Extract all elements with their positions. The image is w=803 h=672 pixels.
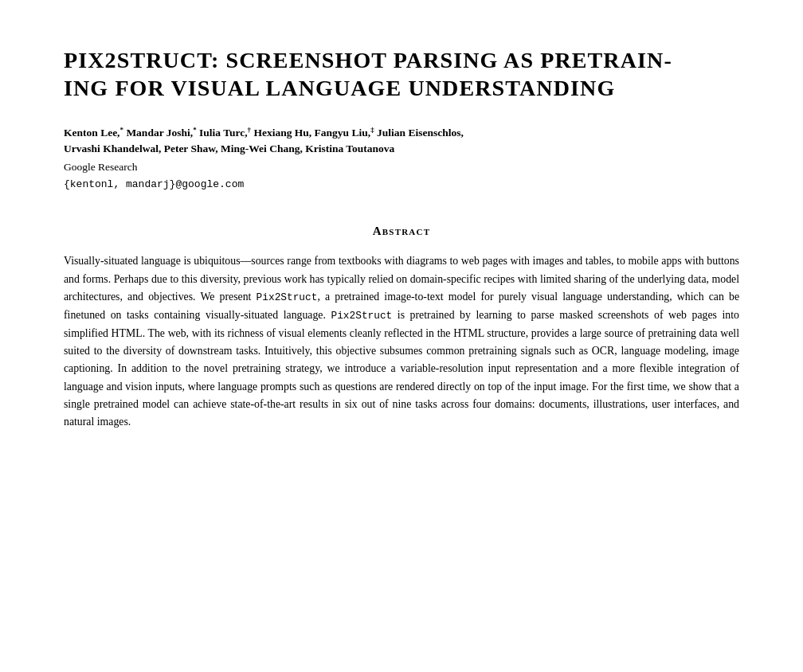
pix2struct-inline-1: Pix2Struct bbox=[257, 291, 318, 303]
author-julian: Julian Eisenschlos, bbox=[377, 127, 464, 139]
authors-line1: Kenton Lee,* Mandar Joshi,* Iulia Turc,†… bbox=[64, 124, 739, 141]
abstract-title: Abstract bbox=[64, 225, 739, 238]
title-line1: Pix2Struct: Screenshot Parsing as Pretra… bbox=[64, 48, 672, 72]
author-iulia: Iulia Turc,† bbox=[199, 127, 251, 139]
author-hexiang: Hexiang Hu, bbox=[253, 127, 311, 139]
email: {kentonl, mandarj}@google.com bbox=[64, 177, 739, 193]
authors-block: Kenton Lee,* Mandar Joshi,* Iulia Turc,†… bbox=[64, 124, 739, 193]
paper-container: Pix2Struct: Screenshot Parsing as Pretra… bbox=[64, 46, 739, 432]
paper-title: Pix2Struct: Screenshot Parsing as Pretra… bbox=[64, 46, 739, 102]
abstract-section: Abstract Visually-situated language is u… bbox=[64, 225, 739, 431]
affiliation: Google Research bbox=[64, 159, 739, 176]
author-mandar: Mandar Joshi,* bbox=[126, 127, 196, 139]
title-line2: ing for Visual Language Understanding bbox=[64, 76, 615, 100]
pix2struct-inline-2: Pix2Struct bbox=[331, 310, 393, 322]
author-urvashi: Urvashi Khandelwal, Peter Shaw, Ming-Wei… bbox=[64, 143, 394, 154]
abstract-text: Visually-situated language is ubiquitous… bbox=[64, 252, 739, 431]
author-kenton: Kenton Lee,* bbox=[64, 127, 123, 139]
author-fangyu: Fangyu Liu,‡ bbox=[315, 127, 374, 139]
authors-line2: Urvashi Khandelwal, Peter Shaw, Ming-Wei… bbox=[64, 141, 739, 158]
